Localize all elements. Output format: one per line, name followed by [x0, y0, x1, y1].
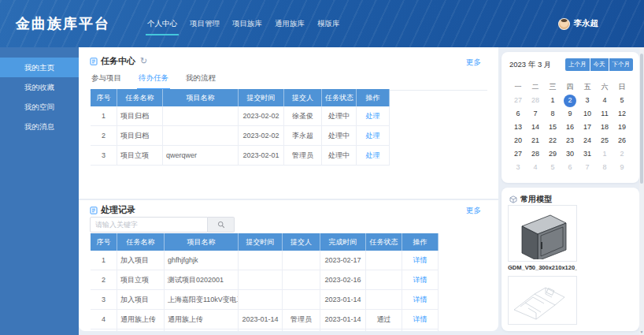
calendar-day[interactable]: 2 [613, 147, 631, 161]
calendar-day[interactable]: 14 [527, 121, 544, 134]
table-cell: 处理中 [322, 106, 357, 125]
calendar-day[interactable]: 23 [561, 134, 579, 147]
nav-item-项目管理[interactable]: 项目管理 [188, 13, 221, 35]
calendar-button-下个月[interactable]: 下个月 [609, 58, 634, 71]
table-cell: 李永超 [284, 126, 322, 145]
calendar-buttons: 上个月今天下个月 [565, 58, 633, 71]
scrollbar-thumb[interactable] [640, 54, 643, 184]
calendar-day[interactable]: 7 [579, 161, 596, 174]
calendar-day[interactable]: 3 [509, 161, 527, 174]
calendar-day[interactable]: 31 [579, 147, 596, 161]
calendar-day[interactable]: 26 [613, 134, 631, 147]
calendar-day[interactable]: 16 [561, 121, 579, 134]
calendar-day[interactable]: 28 [527, 147, 544, 161]
calendar-day[interactable]: 27 [509, 147, 527, 161]
calendar-day[interactable]: 18 [596, 121, 613, 134]
calendar-day[interactable]: 29 [544, 147, 561, 161]
refresh-icon[interactable]: ↻ [140, 57, 147, 65]
table-row: 2项目立项测试项目02020012023-02-16详情 [91, 270, 439, 290]
table-cell: 管理员 [284, 146, 322, 165]
calendar-day[interactable]: 6 [561, 161, 579, 174]
left-sidebar: 我的主页我的收藏我的空间我的消息 [0, 47, 79, 335]
calendar-day[interactable]: 11 [596, 107, 613, 121]
calendar-card: 2023 年 3 月 上个月今天下个月 一二三四五六日 272812345678… [502, 52, 639, 183]
calendar-day[interactable]: 22 [544, 134, 561, 147]
table-cell: 2023-02-01 [239, 146, 284, 165]
table-cell: 项目立项 [117, 270, 165, 289]
scrollbar-down-arrow[interactable]: ▼ [639, 329, 644, 334]
row-action-link[interactable]: 详情 [402, 329, 439, 331]
calendar-day[interactable]: 24 [579, 134, 596, 147]
todo-task-table: 序号任务名称项目名称提交时间提交人任务状态操作1项目归档2023-02-02徐圣… [91, 89, 390, 166]
calendar-day-selected[interactable]: 2 [561, 94, 579, 107]
table-row: 1项目归档2023-02-02徐圣俊处理中处理 [91, 106, 390, 126]
calendar-day[interactable]: 6 [509, 107, 527, 121]
calendar-day[interactable]: 10 [579, 107, 596, 121]
search-input[interactable] [90, 217, 208, 233]
calendar-day[interactable]: 8 [544, 107, 561, 121]
calendar-day[interactable]: 28 [527, 94, 544, 107]
top-header: 金曲族库平台 个人中心项目管理项目族库通用族库模版库 李永超 [0, 0, 644, 47]
table-cell: qwerqwer [163, 146, 239, 165]
task-center-more-link[interactable]: 更多 [466, 58, 481, 68]
sidebar-item-我的主页[interactable]: 我的主页 [0, 58, 79, 77]
calendar-button-今天[interactable]: 今天 [590, 58, 609, 71]
column-header-操作: 操作 [357, 89, 390, 106]
calendar-day[interactable]: 1 [596, 147, 613, 161]
sidebar-item-我的收藏[interactable]: 我的收藏 [0, 77, 79, 97]
row-action-link[interactable]: 处理 [357, 126, 390, 145]
calendar-day[interactable]: 15 [544, 121, 561, 134]
model-item-cabinet[interactable]: GDM_V50_300x210x120_ [508, 205, 577, 271]
tab-待办任务[interactable]: 待办任务 [137, 73, 170, 90]
model-item-wireframe[interactable] [508, 276, 577, 325]
table-cell: 通用族上传 [165, 310, 239, 329]
calendar-day[interactable]: 30 [561, 147, 579, 161]
user-menu[interactable]: 李永超 [558, 0, 599, 47]
sidebar-item-我的消息[interactable]: 我的消息 [0, 117, 79, 136]
calendar-day[interactable]: 9 [613, 161, 631, 174]
nav-item-模版库[interactable]: 模版库 [316, 13, 342, 35]
calendar-day[interactable]: 3 [579, 94, 596, 107]
table-cell: 通用族上传 [165, 329, 239, 331]
calendar-day[interactable]: 4 [596, 94, 613, 107]
row-action-link[interactable]: 详情 [402, 310, 439, 329]
calendar-day[interactable]: 12 [613, 107, 631, 121]
calendar-day[interactable]: 9 [561, 107, 579, 121]
tab-我的流程[interactable]: 我的流程 [184, 73, 217, 90]
nav-item-通用族库[interactable]: 通用族库 [273, 13, 306, 35]
nav-item-个人中心[interactable]: 个人中心 [146, 13, 179, 35]
records-more-link[interactable]: 更多 [466, 206, 481, 216]
table-cell: 项目立项 [117, 146, 163, 165]
calendar-day[interactable]: 27 [509, 94, 527, 107]
page-scrollbar[interactable]: ▼ [639, 47, 644, 335]
table-cell [239, 251, 283, 270]
weekday-label: 三 [544, 80, 561, 94]
search-button[interactable] [208, 217, 235, 233]
calendar-day[interactable]: 5 [613, 94, 631, 107]
row-action-link[interactable]: 处理 [357, 106, 390, 125]
table-cell [239, 290, 283, 309]
row-action-link[interactable]: 详情 [402, 270, 439, 289]
table-cell: 2023-02-02 [239, 126, 284, 145]
calendar-day[interactable]: 13 [509, 121, 527, 134]
calendar-day[interactable]: 21 [527, 134, 544, 147]
calendar-day[interactable]: 25 [596, 134, 613, 147]
calendar-day[interactable]: 7 [527, 107, 544, 121]
calendar-day[interactable]: 8 [596, 161, 613, 174]
table-cell: ghfhjfghjk [165, 251, 239, 270]
row-action-link[interactable]: 处理 [357, 146, 390, 165]
nav-item-项目族库[interactable]: 项目族库 [231, 13, 264, 35]
sidebar-item-我的空间[interactable]: 我的空间 [0, 97, 79, 117]
row-action-link[interactable]: 详情 [402, 251, 439, 270]
records-header: 处理记录 [90, 204, 135, 216]
calendar-button-上个月[interactable]: 上个月 [565, 58, 590, 71]
calendar-day[interactable]: 20 [509, 134, 527, 147]
row-action-link[interactable]: 详情 [402, 290, 439, 309]
calendar-day[interactable]: 4 [527, 161, 544, 174]
column-header-任务状态: 任务状态 [322, 89, 357, 106]
tab-参与项目[interactable]: 参与项目 [90, 73, 123, 90]
calendar-day[interactable]: 19 [613, 121, 631, 134]
calendar-day[interactable]: 1 [544, 94, 561, 107]
calendar-day[interactable]: 17 [579, 121, 596, 134]
calendar-day[interactable]: 5 [544, 161, 561, 174]
